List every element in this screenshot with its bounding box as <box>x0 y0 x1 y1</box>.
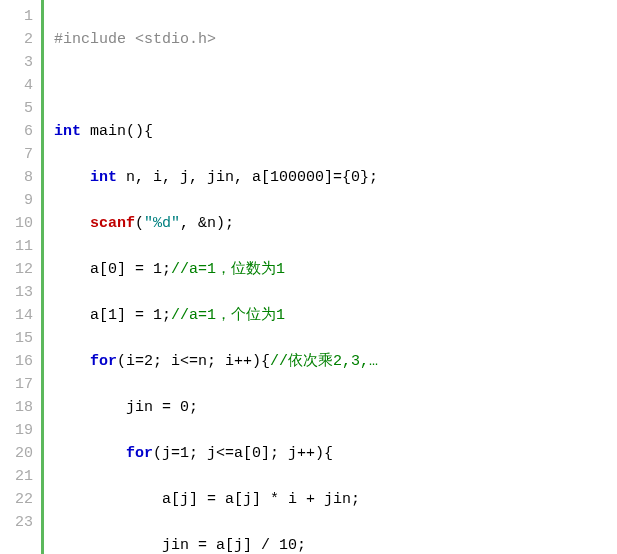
line-number: 3 <box>5 51 33 74</box>
keyword: int <box>90 169 117 186</box>
line-number: 4 <box>5 74 33 97</box>
code-line: int main(){ <box>54 120 607 143</box>
line-number: 20 <box>5 442 33 465</box>
code-text: jin = a[j] / 10; <box>162 537 306 554</box>
code-text: (j=1; j<=a[0]; j++){ <box>153 445 333 462</box>
code-line: a[0] = 1;//a=1，位数为1 <box>54 258 607 281</box>
indent <box>54 445 126 462</box>
code-text: main(){ <box>81 123 153 140</box>
indent <box>54 261 90 278</box>
preprocessor: #include <stdio.h> <box>54 31 216 48</box>
line-number: 5 <box>5 97 33 120</box>
code-line: jin = 0; <box>54 396 607 419</box>
line-number: 15 <box>5 327 33 350</box>
code-text: n, i, j, jin, a[100000]={0}; <box>117 169 378 186</box>
line-number: 10 <box>5 212 33 235</box>
line-number: 9 <box>5 189 33 212</box>
line-number: 17 <box>5 373 33 396</box>
line-number: 2 <box>5 28 33 51</box>
code-text: , &n); <box>180 215 234 232</box>
string-literal: "%d" <box>144 215 180 232</box>
code-line: jin = a[j] / 10; <box>54 534 607 554</box>
comment: //依次乘2,3,… <box>270 353 378 370</box>
indent <box>54 399 126 416</box>
indent <box>54 353 90 370</box>
code-text: a[j] = a[j] * i + jin; <box>162 491 360 508</box>
line-number: 13 <box>5 281 33 304</box>
indent <box>54 215 90 232</box>
indent <box>54 307 90 324</box>
code-text: ( <box>135 215 144 232</box>
code-block: 1 2 3 4 5 6 7 8 9 10 11 12 13 14 15 16 1… <box>0 0 617 554</box>
line-number: 6 <box>5 120 33 143</box>
line-number: 14 <box>5 304 33 327</box>
line-number: 1 <box>5 5 33 28</box>
line-number: 18 <box>5 396 33 419</box>
line-number-gutter: 1 2 3 4 5 6 7 8 9 10 11 12 13 14 15 16 1… <box>0 0 41 554</box>
line-number: 16 <box>5 350 33 373</box>
code-line: for(j=1; j<=a[0]; j++){ <box>54 442 607 465</box>
code-line: scanf("%d", &n); <box>54 212 607 235</box>
comment: //a=1，位数为1 <box>171 261 285 278</box>
keyword: int <box>54 123 81 140</box>
line-number: 19 <box>5 419 33 442</box>
code-text: a[1] = 1; <box>90 307 171 324</box>
line-number: 22 <box>5 488 33 511</box>
indent <box>54 491 162 508</box>
code-line: #include <stdio.h> <box>54 28 607 51</box>
line-number: 7 <box>5 143 33 166</box>
code-line: a[j] = a[j] * i + jin; <box>54 488 607 511</box>
line-number: 12 <box>5 258 33 281</box>
line-number: 8 <box>5 166 33 189</box>
code-line: a[1] = 1;//a=1，个位为1 <box>54 304 607 327</box>
indent <box>54 537 162 554</box>
line-number: 11 <box>5 235 33 258</box>
code-content: #include <stdio.h> int main(){ int n, i,… <box>44 0 617 554</box>
function-call: scanf <box>90 215 135 232</box>
line-number: 23 <box>5 511 33 534</box>
code-line: int n, i, j, jin, a[100000]={0}; <box>54 166 607 189</box>
line-number: 21 <box>5 465 33 488</box>
code-line: for(i=2; i<=n; i++){//依次乘2,3,… <box>54 350 607 373</box>
code-text: jin = 0; <box>126 399 198 416</box>
code-line <box>54 74 607 97</box>
keyword: for <box>90 353 117 370</box>
keyword: for <box>126 445 153 462</box>
code-text: a[0] = 1; <box>90 261 171 278</box>
comment: //a=1，个位为1 <box>171 307 285 324</box>
indent <box>54 169 90 186</box>
code-text: (i=2; i<=n; i++){ <box>117 353 270 370</box>
